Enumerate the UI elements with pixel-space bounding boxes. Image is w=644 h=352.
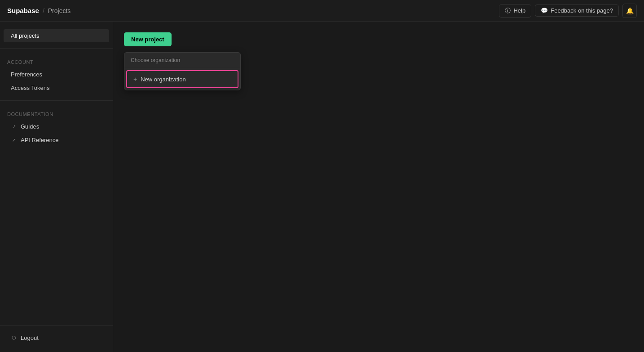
plus-icon: +	[133, 76, 137, 83]
new-organization-item[interactable]: + New organization	[126, 70, 238, 88]
new-project-button[interactable]: New project	[124, 32, 172, 46]
sidebar: All projects Account Preferences Access …	[0, 22, 113, 352]
sidebar-item-preferences[interactable]: Preferences	[4, 68, 109, 81]
sidebar-bottom: ⬡ Logout	[0, 320, 113, 345]
new-organization-label: New organization	[141, 76, 185, 83]
sidebar-divider-1	[0, 48, 113, 49]
sidebar-item-api-reference[interactable]: ↗ API Reference	[4, 134, 109, 147]
feedback-icon: 💬	[541, 7, 548, 14]
navbar: Supabase / Projects ⓘ Help 💬 Feedback on…	[0, 0, 644, 22]
help-button[interactable]: ⓘ Help	[499, 4, 531, 18]
documentation-section-label: Documentation	[0, 106, 113, 120]
api-reference-label: API Reference	[21, 137, 59, 143]
notifications-button[interactable]: 🔔	[622, 4, 637, 18]
organization-dropdown: Choose organization + New organization	[124, 52, 241, 90]
help-icon: ⓘ	[505, 7, 511, 15]
main-layout: All projects Account Preferences Access …	[0, 22, 644, 352]
feedback-label: Feedback on this page?	[551, 7, 613, 14]
external-link-icon-api: ↗	[11, 138, 17, 143]
sidebar-item-logout[interactable]: ⬡ Logout	[4, 331, 109, 344]
guides-label: Guides	[21, 123, 39, 130]
navbar-breadcrumb: Projects	[48, 7, 71, 14]
navbar-separator: /	[43, 7, 44, 14]
navbar-brand[interactable]: Supabase	[7, 7, 39, 14]
help-label: Help	[513, 7, 525, 14]
sidebar-item-access-tokens[interactable]: Access Tokens	[4, 81, 109, 94]
sidebar-item-guides[interactable]: ↗ Guides	[4, 120, 109, 133]
sidebar-documentation-section: Documentation ↗ Guides ↗ API Reference	[0, 106, 113, 147]
sidebar-divider-3	[0, 325, 113, 326]
navbar-left: Supabase / Projects	[7, 7, 71, 14]
access-tokens-label: Access Tokens	[11, 85, 49, 91]
main-content: New project Choose organization + New or…	[113, 22, 644, 352]
logout-label: Logout	[21, 334, 39, 341]
feedback-button[interactable]: 💬 Feedback on this page?	[535, 4, 619, 17]
logout-icon: ⬡	[11, 335, 17, 341]
navbar-right: ⓘ Help 💬 Feedback on this page? 🔔	[499, 4, 637, 18]
sidebar-projects-section: All projects	[0, 29, 113, 43]
sidebar-account-section: Account Preferences Access Tokens	[0, 54, 113, 95]
all-projects-label: All projects	[11, 32, 40, 39]
external-link-icon-guides: ↗	[11, 124, 17, 129]
preferences-label: Preferences	[11, 71, 42, 78]
sidebar-item-all-projects[interactable]: All projects	[4, 29, 109, 42]
account-section-label: Account	[0, 54, 113, 67]
bell-icon: 🔔	[626, 7, 634, 14]
dropdown-header: Choose organization	[124, 53, 240, 68]
sidebar-divider-2	[0, 100, 113, 101]
